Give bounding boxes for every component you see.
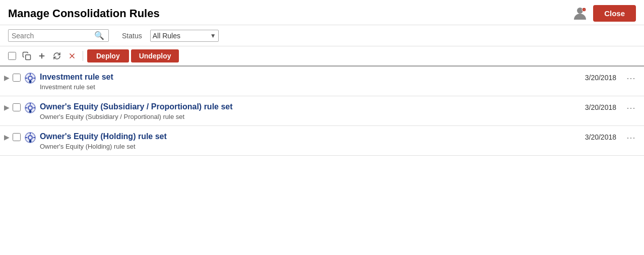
rule-row: ▶ Owner's Equity (Subsidiary / Proportio… bbox=[0, 96, 644, 126]
rule-date: 3/20/2018 bbox=[571, 133, 616, 141]
rule-description: Owner's Equity (Subsidiary / Proportiona… bbox=[40, 113, 571, 120]
copy-button[interactable] bbox=[20, 50, 33, 61]
select-all-checkbox[interactable] bbox=[8, 52, 16, 60]
rule-info: Owner's Equity (Holding) rule set Owner'… bbox=[40, 132, 571, 150]
rule-name[interactable]: Investment rule set bbox=[40, 73, 571, 82]
row-expander[interactable]: ▶ bbox=[4, 103, 10, 111]
deploy-button[interactable]: Deploy bbox=[87, 49, 129, 62]
rule-set-icon bbox=[25, 132, 36, 143]
rule-info: Owner's Equity (Subsidiary / Proportiona… bbox=[40, 102, 571, 120]
action-toolbar: Deploy Undeploy bbox=[0, 46, 644, 67]
page-title: Manage Consolidation Rules bbox=[8, 7, 160, 20]
svg-rect-3 bbox=[26, 55, 31, 60]
toolbar-separator bbox=[83, 51, 83, 61]
user-icon: ! bbox=[572, 6, 588, 22]
rule-row: ▶ Owner's Equity (Holding) rule set Owne… bbox=[0, 126, 644, 156]
row-expander[interactable]: ▶ bbox=[4, 133, 10, 141]
delete-button[interactable] bbox=[66, 50, 79, 61]
status-select[interactable]: All Rules Deployed Undeployed bbox=[153, 32, 218, 40]
more-options-button[interactable]: ⋯ bbox=[626, 73, 636, 84]
header-actions: ! Close bbox=[572, 5, 636, 22]
row-checkbox[interactable] bbox=[13, 133, 21, 141]
search-toolbar: 🔍 Status All Rules Deployed Undeployed ▼ bbox=[0, 25, 644, 46]
svg-point-28 bbox=[29, 140, 32, 143]
rule-date: 3/20/2018 bbox=[571, 74, 616, 82]
more-options-button[interactable]: ⋯ bbox=[626, 132, 636, 143]
rule-date: 3/20/2018 bbox=[571, 103, 616, 111]
rule-description: Owner's Equity (Holding) rule set bbox=[40, 143, 571, 150]
rule-name[interactable]: Owner's Equity (Subsidiary / Proportiona… bbox=[40, 102, 571, 111]
row-expander[interactable]: ▶ bbox=[4, 74, 10, 82]
rule-list: ▶ Investment rule set Investment rule se… bbox=[0, 67, 644, 156]
search-input[interactable] bbox=[12, 32, 92, 40]
svg-point-21 bbox=[29, 110, 32, 113]
status-label: Status bbox=[122, 32, 142, 40]
close-button[interactable]: Close bbox=[593, 5, 636, 22]
refresh-button[interactable] bbox=[50, 50, 63, 61]
add-button[interactable] bbox=[35, 50, 48, 61]
search-field-wrap: 🔍 bbox=[8, 29, 109, 42]
page-header: Manage Consolidation Rules ! Close bbox=[0, 0, 644, 25]
search-icon[interactable]: 🔍 bbox=[94, 31, 104, 40]
rule-info: Investment rule set Investment rule set bbox=[40, 73, 571, 91]
undeploy-button[interactable]: Undeploy bbox=[131, 49, 179, 62]
rule-set-icon bbox=[25, 102, 36, 113]
rule-row: ▶ Investment rule set Investment rule se… bbox=[0, 67, 644, 96]
rule-description: Investment rule set bbox=[40, 83, 571, 91]
svg-point-14 bbox=[29, 81, 32, 83]
more-options-button[interactable]: ⋯ bbox=[626, 102, 636, 113]
row-checkbox[interactable] bbox=[13, 74, 21, 82]
rule-set-icon bbox=[25, 73, 36, 84]
rule-name[interactable]: Owner's Equity (Holding) rule set bbox=[40, 132, 571, 141]
row-checkbox[interactable] bbox=[13, 103, 21, 111]
status-select-wrap: All Rules Deployed Undeployed ▼ bbox=[150, 30, 219, 42]
